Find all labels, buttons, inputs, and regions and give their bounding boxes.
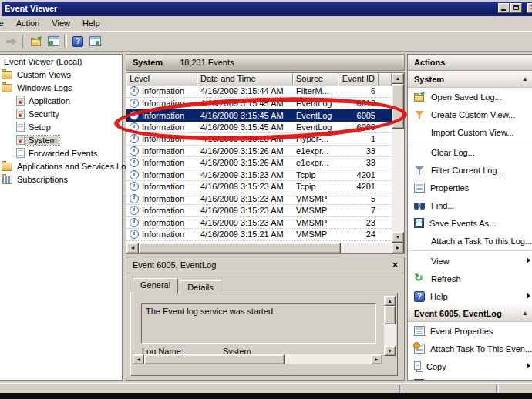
action-clear-log[interactable]: Clear Log... (408, 143, 532, 161)
action-properties[interactable]: Properties (408, 179, 532, 196)
menu-file[interactable]: File (0, 16, 10, 29)
arrow-overlay-icon (36, 34, 42, 40)
event-id-cell: 4201 (338, 182, 379, 191)
table-header-row: LevelDate and TimeSourceEvent ID (126, 73, 392, 86)
level-cell: Information (126, 194, 197, 203)
event-row[interactable]: Information4/16/2009 3:15:21 AMVMSMP24 (126, 229, 392, 241)
datetime-cell: 4/16/2009 3:15:26 AM (197, 158, 293, 167)
tree-item-security[interactable]: Security (0, 107, 122, 120)
level-cell: Information (126, 111, 197, 120)
tree-item-applications-and-services-logs[interactable]: Applications and Services Logs (0, 159, 122, 173)
action-help[interactable]: Help (408, 287, 532, 305)
action-import-custom-view[interactable]: Import Custom View... (408, 123, 532, 141)
datetime-cell: 4/16/2009 3:15:45 AM (197, 111, 293, 120)
tree-item-setup[interactable]: Setup (0, 120, 122, 133)
level-cell: Information (126, 146, 197, 156)
help-button[interactable] (69, 34, 86, 49)
column-header-event-id[interactable]: Event ID (338, 73, 379, 86)
scroll-down-button[interactable]: ▼ (384, 346, 396, 356)
tree-item-forwarded-events[interactable]: Forwarded Events (0, 146, 122, 159)
action-event-properties[interactable]: Event Properties (408, 322, 532, 340)
maximize-button[interactable] (510, 3, 522, 13)
event-row[interactable]: Information4/16/2009 3:15:23 AMTcpip4201 (126, 181, 392, 193)
tree-item-event-viewer-local[interactable]: Event Viewer (Local) (0, 55, 122, 68)
forward-arrow-icon (5, 37, 18, 46)
tree-item-windows-logs[interactable]: Windows Logs (0, 81, 122, 94)
action-open-saved-log[interactable]: Open Saved Log... (408, 88, 532, 106)
event-row[interactable]: Information4/16/2009 3:15:23 AMTcpip4201 (126, 169, 392, 182)
submenu-arrow-icon (527, 257, 530, 263)
event-log-icon (16, 135, 25, 145)
properties-icon (414, 183, 425, 193)
forward-button[interactable] (3, 34, 20, 49)
vertical-scroll-thumb[interactable] (392, 84, 404, 129)
scroll-right-button[interactable]: ► (392, 243, 404, 253)
actions-section-system[interactable]: System▲ (408, 71, 532, 88)
horizontal-scroll-thumb[interactable] (139, 243, 341, 253)
event-row[interactable]: Information4/16/2009 3:15:23 AMVMSMP5 (126, 193, 392, 206)
action-label: Attach a Task To this Log... (431, 236, 532, 246)
blank-icon (414, 256, 426, 267)
column-header-date-and-time[interactable]: Date and Time (197, 73, 293, 86)
event-id-cell: 23 (338, 218, 379, 227)
preview-pane: Event 6005, EventLog × GeneralDetails Th… (126, 256, 405, 381)
event-id-cell: 6 (338, 86, 379, 96)
action-create-custom-view[interactable]: Create Custom View... (408, 106, 532, 123)
actions-pane: Actions System▲Open Saved Log...Create C… (407, 54, 532, 381)
event-row[interactable]: Information4/16/2009 3:15:26 AMe1expr...… (126, 157, 392, 169)
event-row[interactable]: Information4/16/2009 3:15:23 AMVMSMP7 (126, 205, 392, 217)
event-row[interactable]: Information4/16/2009 3:15:23 AMVMSMP23 (126, 217, 392, 230)
menu-help[interactable]: Help (76, 16, 106, 29)
event-row[interactable]: Information4/16/2009 3:15:45 AMEventLog6… (126, 109, 392, 122)
scroll-down-button[interactable]: ▼ (392, 232, 404, 243)
scroll-up-button[interactable]: ▲ (384, 296, 396, 306)
tree-item-application[interactable]: Application (0, 94, 122, 107)
event-row[interactable]: Information4/16/2009 3:15:45 AMEventLog6… (126, 98, 392, 110)
menu-action[interactable]: Action (10, 16, 46, 29)
information-icon (130, 206, 139, 215)
column-header-source[interactable]: Source (293, 73, 338, 86)
action-label: View (431, 256, 450, 266)
tab-details[interactable]: Details (180, 280, 221, 296)
collapse-icon[interactable]: ▲ (522, 75, 528, 82)
collapse-icon[interactable]: ▲ (522, 310, 528, 317)
tree-item-subscriptions[interactable]: Subscriptions (0, 173, 122, 186)
action-save-events-as[interactable]: Save Events As... (408, 214, 532, 232)
folder-open-button[interactable] (28, 34, 45, 49)
event-row[interactable]: Information4/16/2009 3:15:44 AMFilterM..… (126, 86, 392, 98)
event-row[interactable]: Information4/16/2009 3:15:45 AMEventLog6… (126, 122, 392, 134)
actions-section-event-6005-eventlog[interactable]: Event 6005, EventLog▲ (408, 305, 532, 322)
close-button[interactable] (527, 3, 532, 13)
action-save-selected-events[interactable]: Save Selected Events... (408, 375, 532, 381)
column-header-level[interactable]: Level (126, 73, 197, 86)
action-view[interactable]: View (408, 252, 532, 270)
source-cell: e1expr... (293, 146, 338, 156)
action-attach-task-to-this-even[interactable]: Attach Task To This Even... (408, 340, 532, 357)
level-cell: Information (126, 99, 197, 108)
scroll-right-button[interactable]: ► (371, 354, 382, 364)
action-pane-button[interactable] (86, 34, 103, 49)
tab-general[interactable]: General (133, 278, 178, 294)
console-tree-button[interactable] (45, 34, 62, 49)
event-row[interactable]: Information4/16/2009 3:15:26 AMe1expr...… (126, 146, 392, 158)
source-cell: VMSMP (293, 194, 338, 203)
action-copy[interactable]: Copy (408, 357, 532, 375)
event-description: The Event log service was started. (146, 307, 275, 316)
horizontal-scroll-thumb[interactable] (144, 354, 285, 364)
action-label: Find... (431, 201, 455, 210)
action-find[interactable]: Find... (408, 196, 532, 214)
vertical-scroll-thumb[interactable] (384, 306, 396, 324)
close-preview-icon[interactable]: × (392, 260, 398, 270)
event-row[interactable]: Information4/16/2009 3:15:28 AMHyper-...… (126, 133, 392, 146)
event-id-cell: 24 (338, 230, 379, 239)
action-refresh[interactable]: Refresh (408, 270, 532, 287)
scroll-left-button[interactable]: ◄ (133, 354, 144, 364)
minimize-button[interactable] (498, 3, 510, 13)
scroll-left-button[interactable]: ◄ (126, 243, 139, 253)
tree-item-system[interactable]: System (0, 133, 122, 146)
action-attach-a-task-to-this-log[interactable]: Attach a Task To this Log... (408, 232, 532, 250)
menu-view[interactable]: View (45, 16, 76, 29)
tree-item-custom-views[interactable]: Custom Views (0, 68, 122, 81)
scroll-up-button[interactable]: ▲ (392, 73, 404, 84)
action-filter-current-log[interactable]: Filter Current Log... (408, 161, 532, 179)
